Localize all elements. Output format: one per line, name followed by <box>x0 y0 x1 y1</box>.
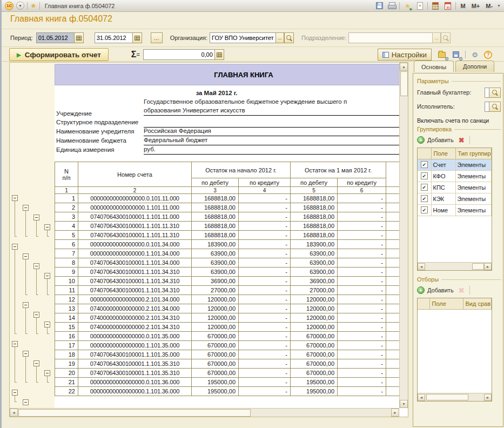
table-row[interactable]: 407407064300100001.1.101.11.3101688818,0… <box>55 222 400 231</box>
generate-report-button[interactable]: ▶ Сформировать отчет <box>9 48 109 61</box>
memory-m-plus-button[interactable]: М+ <box>470 3 482 9</box>
memory-m-minus-button[interactable]: М- <box>484 3 494 9</box>
period-from-calendar-button[interactable] <box>74 32 84 43</box>
save-button[interactable] <box>374 1 384 10</box>
scroll-down-icon[interactable]: ▼ <box>400 400 408 408</box>
grouping-field-cell[interactable]: КФО <box>431 170 455 182</box>
add-favorite-button[interactable]: ★▶ <box>402 1 412 10</box>
group-collapse-toggle[interactable] <box>44 370 50 376</box>
grouping-type-cell[interactable]: Элементы <box>455 159 492 170</box>
grouping-row[interactable]: ✔КФОЭлементы <box>418 170 492 182</box>
report-settings-button[interactable]: ⚙ <box>470 50 480 59</box>
grouping-row[interactable]: ✔НомеЭлементы <box>418 204 492 216</box>
table-row[interactable]: 1907407064300100001.1.101.35.310670000,0… <box>55 359 400 369</box>
grouping-row[interactable]: ✔КЭКЭлементы <box>418 193 492 204</box>
scroll-right-icon[interactable]: ► <box>391 409 399 417</box>
scroll-left-icon[interactable]: ◄ <box>418 394 425 401</box>
department-input[interactable] <box>348 32 432 43</box>
favorites-icon[interactable]: ★ <box>30 2 37 9</box>
grouping-field-cell[interactable]: КПС <box>431 182 455 193</box>
scrollbar-thumb[interactable] <box>426 394 468 400</box>
scroll-left-icon[interactable]: ◄ <box>418 263 425 270</box>
report-vertical-scrollbar[interactable]: ▲ ▼ <box>399 63 408 408</box>
group-collapse-toggle[interactable] <box>23 351 29 357</box>
group-collapse-toggle[interactable] <box>12 390 18 396</box>
checkbox[interactable]: ✔ <box>421 184 428 191</box>
chief-accountant-search-button[interactable] <box>489 88 501 98</box>
calculator-button[interactable] <box>431 1 440 10</box>
period-choose-button[interactable]: ... <box>151 32 163 43</box>
print-button[interactable] <box>387 1 397 10</box>
tab-main[interactable]: Основны <box>414 61 454 72</box>
scroll-up-icon[interactable]: ▲ <box>400 63 408 71</box>
table-row[interactable]: 507407064300100001.1.101.11.3101688818,0… <box>55 231 400 240</box>
grouping-row[interactable]: ✔КПСЭлементы <box>418 182 492 193</box>
tab-additional[interactable]: Дополни <box>455 61 494 72</box>
scrollbar-thumb[interactable] <box>472 263 484 270</box>
group-collapse-toggle[interactable] <box>33 215 39 220</box>
table-row[interactable]: 1807407064300100001.1.101.35.000670000,0… <box>55 350 400 359</box>
period-to-calendar-button[interactable] <box>132 32 142 43</box>
load-settings-button[interactable]: ⚙ <box>437 50 447 59</box>
grouping-field-cell[interactable]: Номе <box>431 204 455 216</box>
checkbox[interactable]: ✔ <box>421 161 428 168</box>
group-collapse-toggle[interactable] <box>23 253 29 259</box>
table-row[interactable]: 807407064300100001.1.101.34.00063900,00-… <box>55 258 400 268</box>
calendar-button[interactable]: 31 <box>443 1 453 10</box>
table-row[interactable]: 1007407064300100001.1.101.34.31036900,00… <box>55 277 400 286</box>
checkbox[interactable]: ✔ <box>421 206 428 213</box>
filters-horizontal-scrollbar[interactable]: ◄ ► <box>418 393 492 401</box>
filters-add-button[interactable]: + Добавить <box>417 286 454 294</box>
grouping-horizontal-scrollbar[interactable]: ◄ ► <box>418 262 492 270</box>
table-row[interactable]: 100000000000000000.0.101.11.0001688818,0… <box>55 194 400 203</box>
group-collapse-toggle[interactable] <box>33 360 39 366</box>
group-collapse-toggle[interactable] <box>12 195 18 201</box>
group-collapse-toggle[interactable] <box>44 322 50 327</box>
table-row[interactable]: 307407064300100001.1.101.11.0001688818,0… <box>55 212 400 222</box>
chief-accountant-input[interactable] <box>485 88 489 98</box>
table-row[interactable]: 200000000000000000.1.101.11.0001688818,0… <box>55 203 400 212</box>
scroll-right-icon[interactable]: ► <box>484 263 492 270</box>
table-row[interactable]: 1507400000000000000.2.101.34.310120000,0… <box>55 323 400 332</box>
group-collapse-toggle[interactable] <box>44 224 50 230</box>
sum-input[interactable] <box>143 49 214 60</box>
executor-search-button[interactable] <box>489 102 501 112</box>
group-collapse-toggle[interactable] <box>44 273 50 279</box>
table-row[interactable]: 1700000000000000000.1.101.35.000670000,0… <box>55 341 400 350</box>
table-row[interactable]: 1407400000000000000.2.101.34.310120000,0… <box>55 313 400 323</box>
table-row[interactable]: 2200000000000000000.1.101.36.000195000,0… <box>55 387 400 396</box>
scrollbar-thumb[interactable] <box>400 71 408 96</box>
grouping-field-cell[interactable]: КЭК <box>431 193 455 204</box>
period-from-input[interactable] <box>36 32 74 43</box>
filters-delete-button[interactable]: ✖ <box>459 287 465 294</box>
memory-m-button[interactable]: М <box>459 3 467 9</box>
grouping-type-cell[interactable]: Элементы <box>455 204 492 216</box>
table-row[interactable]: 907407064300100001.1.101.34.31063900,00-… <box>55 268 400 277</box>
help-button[interactable]: ? <box>484 51 492 59</box>
grouping-row[interactable]: ✔СчетЭлементы <box>418 159 492 170</box>
table-row[interactable]: 1307400000000000000.2.101.34.000120000,0… <box>55 304 400 313</box>
scroll-left-icon[interactable]: ◄ <box>10 409 18 417</box>
sum-calculator-button[interactable] <box>214 49 224 60</box>
group-collapse-toggle[interactable] <box>12 341 18 347</box>
grouping-add-button[interactable]: + Добавить <box>417 136 454 144</box>
table-row[interactable]: 1200000000000000000.2.101.34.000120000,0… <box>55 295 400 304</box>
toolbar-overflow-icon[interactable]: ▼ <box>497 4 501 8</box>
group-collapse-toggle[interactable] <box>23 205 29 211</box>
table-row[interactable]: 700000000000000000.1.101.34.00063900,00-… <box>55 249 400 258</box>
group-collapse-toggle[interactable] <box>23 399 29 405</box>
table-row[interactable]: 1107407064300100001.1.101.34.31027000,00… <box>55 286 400 295</box>
report-horizontal-scrollbar[interactable]: ◄ ► <box>10 408 399 417</box>
group-collapse-toggle[interactable] <box>33 312 39 318</box>
department-search-button[interactable] <box>441 32 451 43</box>
save-settings-button[interactable]: ⚙ <box>451 50 461 59</box>
scrollbar-thumb[interactable] <box>18 409 251 417</box>
grouping-type-cell[interactable]: Элементы <box>455 193 492 204</box>
organization-search-button[interactable] <box>284 32 294 43</box>
scroll-right-icon[interactable]: ► <box>484 394 492 401</box>
favorites-page-button[interactable]: ★ <box>415 1 425 10</box>
table-row[interactable]: 1600000000000000000.0.101.35.000670000,0… <box>55 332 400 341</box>
include-accounts-label[interactable]: Включать счета по санкци <box>417 117 501 124</box>
group-collapse-toggle[interactable] <box>23 302 29 308</box>
grouping-delete-button[interactable]: ✖ <box>459 137 465 144</box>
